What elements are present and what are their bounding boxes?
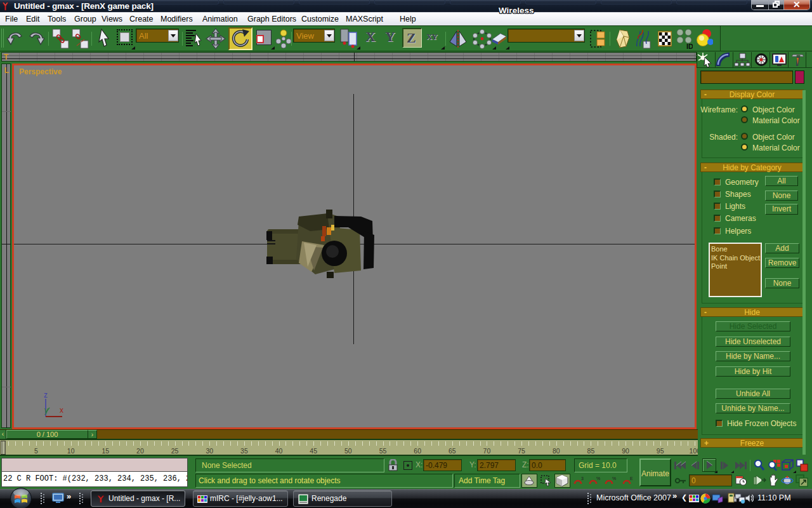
svg-text:3: 3: [581, 476, 584, 481]
svg-text:%: %: [612, 476, 616, 481]
svg-text:%: %: [596, 476, 600, 481]
svg-text:ID: ID: [686, 43, 693, 50]
svg-text:E: E: [630, 476, 633, 481]
svg-text:x: x: [60, 406, 63, 415]
svg-text:z: z: [44, 391, 48, 399]
